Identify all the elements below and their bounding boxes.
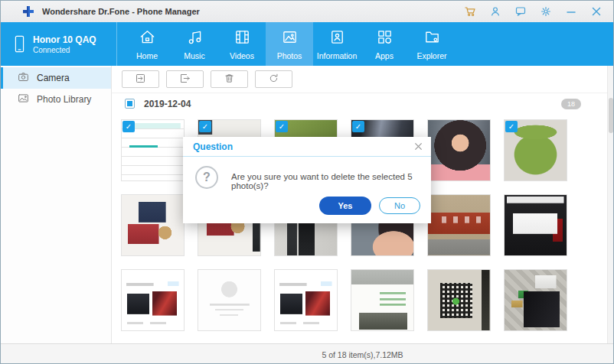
photo-checkbox-checked[interactable]: ✓ (122, 121, 135, 132)
explorer-icon (423, 28, 441, 49)
tab-label: Photos (277, 51, 302, 60)
nav-bar: Honor 10 QAQ Connected HomeMusicVideosPh… (1, 22, 613, 66)
export-icon (179, 73, 191, 86)
photo-thumbnail-car-app-screenshot-2[interactable] (274, 269, 338, 331)
tab-label: Explorer (416, 51, 446, 60)
dialog-message: Are you sure you want to delete the sele… (231, 166, 420, 190)
tab-apps[interactable]: Apps (361, 22, 408, 66)
title-bar: Wondershare Dr.Fone - Phone Manager (1, 1, 613, 22)
import-to-device-button[interactable] (122, 70, 159, 88)
yes-button[interactable]: Yes (319, 197, 371, 215)
dialog-close-icon[interactable] (414, 142, 423, 151)
photo-thumbnail-car-app-screenshot[interactable] (121, 269, 185, 331)
delete-button[interactable] (211, 70, 248, 88)
photo-checkbox-checked[interactable]: ✓ (352, 121, 364, 132)
phone-icon (13, 35, 26, 54)
photo-thumbnail-knit-rolls-navy-red[interactable] (121, 194, 185, 256)
tab-label: Videos (230, 51, 254, 60)
sidebar-item-photo-library[interactable]: Photo Library (1, 89, 111, 110)
photo-thumbnail-certificate-doc[interactable] (198, 269, 261, 331)
group-count-badge: 18 (561, 99, 581, 109)
status-bar: 5 of 18 item(s),7.12MB (1, 343, 613, 364)
selection-status-text: 5 of 18 item(s),7.12MB (112, 350, 613, 359)
photo-checkbox-checked[interactable]: ✓ (199, 121, 211, 132)
tab-explorer[interactable]: Explorer (408, 22, 456, 66)
device-status: Connected (33, 46, 96, 54)
sidebar-item-camera[interactable]: Camera (1, 67, 111, 89)
question-mark-icon: ? (195, 166, 218, 189)
settings-icon[interactable] (540, 5, 552, 18)
photo-checkbox-checked[interactable]: ✓ (505, 121, 518, 132)
close-icon[interactable] (590, 5, 603, 18)
window-title: Wondershare Dr.Fone - Phone Manager (42, 7, 464, 16)
dialog-header: Question (183, 137, 431, 157)
dialog-body: ? Are you sure you want to delete the se… (183, 157, 431, 190)
videos-icon (234, 28, 251, 49)
camera-icon (18, 71, 29, 86)
tab-music[interactable]: Music (171, 22, 218, 66)
drfone-logo-icon (22, 5, 34, 18)
photo-library-icon (18, 93, 29, 107)
titlebar-icons (464, 5, 603, 18)
photos-icon (281, 28, 299, 49)
photo-checkbox-checked[interactable]: ✓ (276, 121, 288, 132)
cart-icon[interactable] (464, 5, 476, 18)
checkbox-indeterminate-mark (127, 101, 132, 106)
sidebar-item-label: Camera (37, 73, 70, 83)
feedback-icon[interactable] (514, 5, 527, 18)
device-name: Honor 10 QAQ (33, 34, 96, 46)
photo-thumbnail-receipt-doc[interactable] (351, 269, 414, 331)
apps-icon (376, 28, 394, 49)
tab-label: Information (317, 51, 358, 60)
toolbar (112, 66, 613, 93)
delete-icon (224, 73, 235, 86)
device-info: Honor 10 QAQ Connected (1, 22, 117, 66)
music-icon (186, 28, 204, 49)
dialog-buttons: Yes No (319, 197, 420, 215)
tab-information[interactable]: Information (313, 22, 361, 66)
minimize-icon[interactable] (565, 5, 577, 18)
sidebar: CameraPhoto Library (1, 66, 112, 343)
account-icon[interactable] (489, 5, 501, 18)
app-window: Wondershare Dr.Fone - Phone Manager Hono… (0, 0, 614, 364)
photo-thumbnail-woman-portrait[interactable] (427, 119, 491, 181)
tab-label: Home (136, 51, 158, 60)
main-area: CameraPhoto Library 2019-12-04 18 ✓✓✓✓✓ … (1, 66, 613, 343)
tab-label: Music (184, 51, 204, 60)
vertical-scrollbar[interactable] (607, 66, 613, 343)
home-icon (139, 28, 156, 49)
information-icon (328, 28, 346, 49)
photo-thumbnail-app-list-screenshot[interactable]: ✓ (121, 119, 185, 181)
tab-videos[interactable]: Videos (218, 22, 266, 66)
refresh-icon (268, 73, 279, 86)
tab-photos[interactable]: Photos (266, 22, 313, 66)
nav-tabs: HomeMusicVideosPhotosInformationAppsExpl… (123, 22, 456, 66)
photo-group-header: 2019-12-04 18 (112, 93, 613, 114)
photo-thumbnail-gummy-bear[interactable]: ✓ (504, 119, 567, 181)
photo-thumbnail-qr-code[interactable] (427, 269, 491, 331)
sidebar-item-label: Photo Library (37, 94, 91, 105)
no-button[interactable]: No (379, 197, 420, 214)
photo-thumbnail-office-banner[interactable] (427, 194, 491, 256)
content-area: 2019-12-04 18 ✓✓✓✓✓ Question ? Are you s… (112, 66, 613, 343)
delete-confirmation-dialog: Question ? Are you sure you want to dele… (183, 137, 431, 223)
import-to-device-icon (135, 73, 146, 86)
group-date-label: 2019-12-04 (144, 99, 561, 109)
export-button[interactable] (166, 70, 204, 88)
dialog-title: Question (193, 141, 233, 152)
photo-thumbnail-phone-dialog-screenshot[interactable] (504, 194, 567, 256)
scrollbar-thumb[interactable] (609, 98, 613, 133)
group-select-checkbox[interactable] (125, 99, 135, 109)
refresh-button[interactable] (255, 70, 292, 88)
photo-thumbnail-equipment-photo[interactable] (504, 269, 567, 331)
tab-label: Apps (375, 51, 394, 60)
tab-home[interactable]: Home (123, 22, 171, 66)
